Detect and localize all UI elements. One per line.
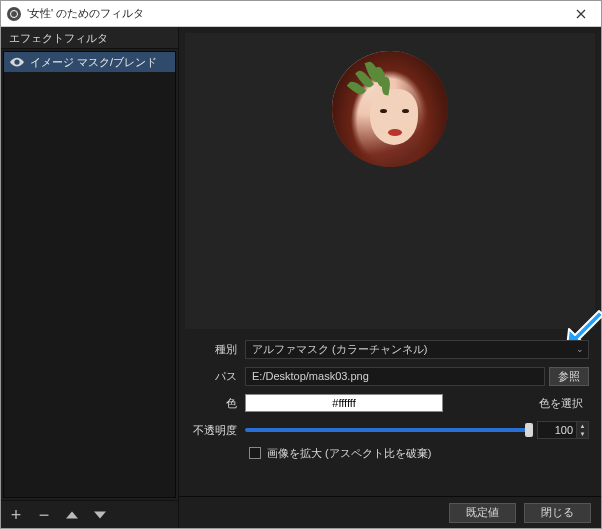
spin-up-icon[interactable]: ▲	[577, 422, 588, 430]
titlebar: '女性' のためのフィルタ	[1, 1, 601, 27]
spin-down-icon[interactable]: ▼	[577, 430, 588, 438]
visibility-toggle[interactable]	[10, 55, 24, 69]
move-up-button[interactable]	[63, 506, 81, 524]
sidebar-footer: + −	[1, 500, 178, 528]
close-icon	[576, 9, 586, 19]
opacity-value: 100	[555, 424, 573, 436]
color-row: 色 #ffffff 色を選択	[179, 391, 589, 415]
slider-thumb[interactable]	[525, 423, 533, 437]
close-button[interactable]	[561, 1, 601, 27]
spacer	[179, 468, 601, 496]
type-label: 種別	[179, 342, 245, 357]
eye-icon	[10, 57, 24, 67]
sidebar-header: エフェクトフィルタ	[1, 27, 178, 49]
close-dialog-button[interactable]: 閉じる	[524, 503, 591, 523]
app-icon	[7, 7, 21, 21]
sidebar: エフェクトフィルタ イメージ マスク/ブレンド + −	[1, 27, 179, 528]
type-value: アルファマスク (カラーチャンネル)	[252, 342, 427, 357]
filter-list[interactable]: イメージ マスク/ブレンド	[3, 51, 176, 498]
defaults-button[interactable]: 既定値	[449, 503, 516, 523]
stretch-checkbox[interactable]	[249, 447, 261, 459]
fern-overlay	[342, 57, 404, 119]
remove-filter-button[interactable]: −	[35, 506, 53, 524]
filter-item-label: イメージ マスク/ブレンド	[30, 55, 157, 70]
stretch-label: 画像を拡大 (アスペクト比を破棄)	[267, 446, 431, 461]
filter-item[interactable]: イメージ マスク/ブレンド	[4, 52, 175, 72]
footer: 既定値 閉じる	[179, 496, 601, 528]
type-select[interactable]: アルファマスク (カラーチャンネル) ⌄	[245, 340, 589, 359]
pick-color-button[interactable]: 色を選択	[539, 396, 583, 411]
opacity-value-input[interactable]: 100	[537, 421, 577, 439]
move-down-button[interactable]	[91, 506, 109, 524]
opacity-label: 不透明度	[179, 423, 245, 438]
path-input[interactable]: E:/Desktop/mask03.png	[245, 367, 545, 386]
color-label: 色	[179, 396, 245, 411]
path-row: パス E:/Desktop/mask03.png 参照	[179, 364, 589, 388]
dialog-body: エフェクトフィルタ イメージ マスク/ブレンド + −	[1, 27, 601, 528]
chevron-down-icon: ⌄	[576, 344, 584, 354]
type-row: 種別 アルファマスク (カラーチャンネル) ⌄	[179, 337, 589, 361]
add-filter-button[interactable]: +	[7, 506, 25, 524]
caret-down-icon	[94, 509, 106, 521]
opacity-row: 不透明度 100 ▲ ▼	[179, 418, 589, 442]
browse-button[interactable]: 参照	[549, 367, 589, 386]
path-label: パス	[179, 369, 245, 384]
stretch-row: 画像を拡大 (アスペクト比を破棄)	[179, 442, 589, 464]
opacity-spinner[interactable]: ▲ ▼	[577, 421, 589, 439]
dialog-window: '女性' のためのフィルタ エフェクトフィルタ イメージ マスク/ブレンド + …	[0, 0, 602, 529]
preview-area	[185, 33, 595, 329]
color-swatch[interactable]: #ffffff	[245, 394, 443, 412]
form-area: 種別 アルファマスク (カラーチャンネル) ⌄ パス E:/Desktop/ma…	[179, 329, 601, 468]
color-hex: #ffffff	[332, 397, 355, 409]
main-panel: 種別 アルファマスク (カラーチャンネル) ⌄ パス E:/Desktop/ma…	[179, 27, 601, 528]
opacity-slider[interactable]	[245, 428, 531, 432]
window-title: '女性' のためのフィルタ	[27, 6, 561, 21]
caret-up-icon	[66, 509, 78, 521]
preview-image	[332, 51, 448, 167]
path-value: E:/Desktop/mask03.png	[252, 370, 369, 382]
